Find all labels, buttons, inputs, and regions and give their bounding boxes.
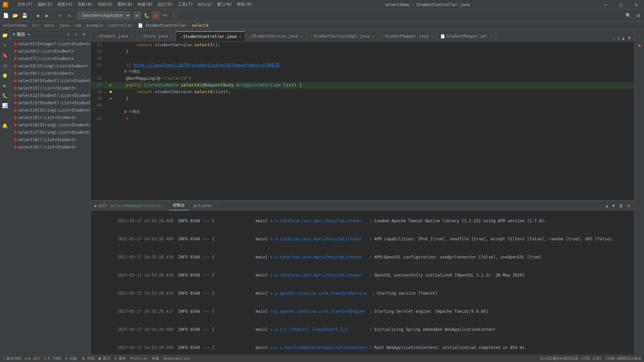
open-button[interactable]: 📂: [11, 11, 19, 20]
deps-status[interactable]: Dependencies: [163, 356, 190, 361]
debug-icon-act[interactable]: 🐛: [1, 91, 9, 100]
breadcrumb-item[interactable]: com: [74, 23, 82, 28]
breadcrumb-item[interactable]: example: [87, 23, 104, 28]
favorites-icon[interactable]: ⭐: [1, 71, 9, 80]
tab-studentserviceimpl-java[interactable]: ☕ StudentServiceImpl.java ✕: [307, 31, 378, 41]
actuator-tab[interactable]: Actuator: [189, 201, 217, 210]
menu-file[interactable]: 文件(F): [15, 1, 35, 8]
breadcrumb-item[interactable]: main: [44, 23, 54, 28]
breadcrumb-item[interactable]: controller: [108, 23, 132, 28]
minimize-button[interactable]: ─: [598, 0, 613, 9]
panel-expand-button[interactable]: ⊞: [81, 31, 88, 38]
tab-close-icon[interactable]: ✕: [431, 34, 433, 39]
notification-icon[interactable]: 🔔: [1, 121, 9, 130]
tree-item-select14[interactable]: select14(String):List<Student>: [10, 107, 90, 114]
vcs-status[interactable]: ↑ 版本控制: [3, 356, 21, 361]
tree-item-select17[interactable]: select17(String):List<Student>: [10, 129, 90, 136]
console-settings-button[interactable]: ⚙: [626, 202, 631, 209]
console-clear-button[interactable]: 🗑: [618, 202, 625, 209]
run-tab[interactable]: ▶ 运行: SelectdemoApplication ✕: [91, 201, 169, 210]
tree-item-select19[interactable]: select19():List<Student>: [10, 143, 90, 151]
tab-studentmapper-java[interactable]: ☕ StudentMapper.java ✕: [378, 31, 437, 41]
menu-run[interactable]: 运行(U): [156, 1, 175, 8]
tab-close-icon[interactable]: ✕: [170, 34, 173, 39]
stop-button[interactable]: ■: [152, 11, 160, 20]
tree-item-select8[interactable]: select8(String):List<Student>: [10, 62, 90, 70]
tab-close-icon[interactable]: ✕: [130, 34, 133, 39]
commit-icon[interactable]: ⬆: [1, 41, 9, 50]
search-button[interactable]: 🔍: [624, 11, 633, 20]
tab-close-icon[interactable]: ✕: [239, 35, 241, 39]
tab-close-icon[interactable]: ✕: [301, 34, 303, 39]
new-file-button[interactable]: 📄: [1, 11, 10, 20]
right-notifications[interactable]: ⚠: [635, 31, 644, 40]
redo-button[interactable]: ↻: [65, 11, 74, 20]
tree-item-select16[interactable]: select16(String):List<Student>: [10, 121, 90, 129]
breadcrumb-method[interactable]: select4: [192, 23, 209, 28]
tree-item-select15[interactable]: select15():List<Student>: [10, 114, 90, 121]
undo-button[interactable]: ↺: [56, 11, 64, 20]
tree-item-select5[interactable]: select5(Integer):List<Student>: [10, 40, 90, 48]
terminal-status[interactable]: 🖥 终端: [81, 356, 95, 361]
menu-view[interactable]: 视图(V): [55, 1, 75, 8]
run-icon[interactable]: ▶: [1, 81, 9, 90]
more-run-button[interactable]: ⬛: [170, 11, 179, 20]
menu-tools[interactable]: 工具(T): [176, 1, 195, 8]
structure-icon[interactable]: 🗂: [1, 61, 9, 70]
tree-item-select12[interactable]: select12(Student):List<Student>: [10, 92, 90, 99]
breadcrumb-item[interactable]: src: [32, 23, 39, 28]
profiler-icon[interactable]: 📊: [1, 101, 9, 110]
menu-help[interactable]: 帮助(H): [235, 1, 254, 8]
console-content[interactable]: 2023-03-17 14:53:28.408 INFO 6548 --- [ …: [91, 210, 634, 355]
close-button[interactable]: ✕: [629, 0, 644, 9]
tab-studentcontroller-java[interactable]: ☕ StudentController.java ✕: [176, 31, 245, 41]
menu-vcs[interactable]: VCS(S): [196, 2, 214, 8]
forward-button[interactable]: ▶: [43, 11, 51, 20]
back-button[interactable]: ◀: [33, 11, 42, 20]
coverage-button[interactable]: ▶%: [161, 11, 170, 20]
menu-refactor[interactable]: 重构(B): [115, 1, 135, 8]
run-button[interactable]: ▶: [133, 11, 142, 20]
services-status[interactable]: ⚙ 服务: [114, 356, 126, 361]
tree-item-select10[interactable]: select10(Student):List<Student>: [10, 77, 90, 84]
maximize-button[interactable]: □: [613, 0, 629, 9]
debug-button[interactable]: 🐛: [142, 11, 151, 20]
tab-studentservice-java[interactable]: ☕ StudentService.java ✕: [245, 31, 307, 41]
breadcrumb-file[interactable]: 📄 StudentController: [138, 23, 186, 28]
breakpoints-status[interactable]: ● 断点: [99, 356, 110, 361]
tab-close-icon[interactable]: ✕: [490, 34, 493, 39]
code-content[interactable]: 32 return studentService.select3(); 33 }…: [91, 42, 634, 200]
tab-close-icon[interactable]: ✕: [372, 34, 374, 39]
tab-up-button[interactable]: ▲: [621, 35, 626, 41]
breadcrumb-item[interactable]: selectdemo: [3, 23, 27, 28]
tree-item-select9[interactable]: select9():List<Student>: [10, 70, 90, 77]
build-status[interactable]: 构建: [152, 356, 159, 361]
tab-student-java[interactable]: ☕ Student.java ✕: [92, 31, 137, 41]
bookmark-icon[interactable]: 🔖: [1, 51, 9, 60]
tree-item-select13[interactable]: select13(Student):List<Student>: [10, 99, 90, 107]
problems-status[interactable]: ⊗ 问题: [65, 356, 77, 361]
tree-item-select11[interactable]: select11():List<Student>: [10, 84, 90, 92]
menu-code[interactable]: 代码(O): [96, 1, 115, 8]
tab-studentmapper-xml[interactable]: 📄 StudentMapper.xml ✕: [437, 31, 496, 41]
console-tab[interactable]: 控制台: [169, 201, 189, 210]
run-config-select[interactable]: SelectdemoApplication: [78, 11, 131, 19]
right-bookmarks[interactable]: 🔖: [635, 41, 644, 50]
console-down-button[interactable]: ▼: [611, 202, 616, 209]
panel-close-button[interactable]: ≡: [73, 31, 79, 38]
tree-item-select6[interactable]: select6():List<Student>: [10, 48, 90, 55]
todo-icon[interactable]: ✓: [1, 111, 9, 120]
tab-score-java[interactable]: ☕ Score.java ✕: [137, 31, 176, 41]
menu-build[interactable]: 构建(B): [136, 1, 155, 8]
run-status[interactable]: ▶ ▶ 运行: [25, 356, 41, 361]
tree-item-select7[interactable]: select7():List<Student>: [10, 55, 90, 62]
project-icon[interactable]: 📁: [1, 31, 9, 40]
settings-button[interactable]: ⚙: [634, 11, 643, 20]
console-up-button[interactable]: ▲: [604, 202, 610, 209]
breadcrumb-item[interactable]: java: [59, 23, 69, 28]
panel-settings-button[interactable]: ⚙: [65, 31, 71, 38]
profiler-status[interactable]: Profiler: [130, 356, 148, 361]
todo-status[interactable]: E E TODO: [45, 356, 61, 361]
run-gutter-icon[interactable]: ▶: [110, 82, 112, 88]
menu-edit[interactable]: 编辑(E): [36, 1, 55, 8]
